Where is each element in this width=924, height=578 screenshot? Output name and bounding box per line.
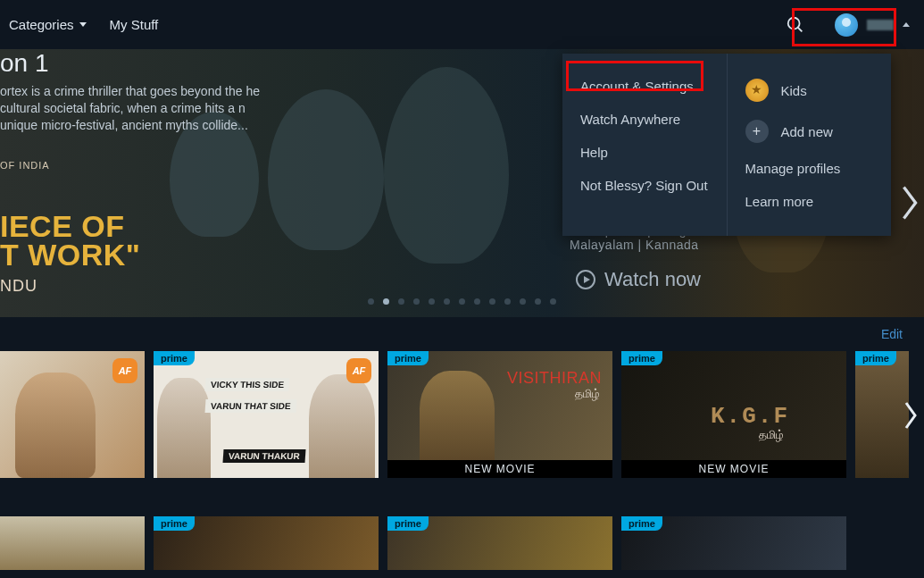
prime-badge: prime [387, 516, 429, 531]
pager-dot[interactable] [489, 298, 495, 305]
content-card[interactable]: prime [154, 516, 379, 570]
pager-dot[interactable] [368, 298, 374, 305]
prime-badge: prime [154, 351, 195, 365]
new-movie-banner: NEW MOVIE [387, 460, 612, 478]
search-icon [786, 15, 805, 35]
add-profile-link[interactable]: + Add new [745, 111, 874, 152]
hero-quote: IECE OFT WORK" [0, 212, 140, 270]
chevron-down-icon [79, 22, 87, 27]
prime-badge: prime [621, 351, 662, 365]
card-tag: VICKY THIS SIDE [204, 378, 289, 391]
prime-badge: prime [387, 351, 429, 365]
top-nav: Categories My Stuff [0, 0, 924, 49]
watch-anywhere-link[interactable]: Watch Anywhere [580, 103, 709, 136]
watch-now-button[interactable]: Watch now [576, 268, 701, 291]
avatar-icon [835, 13, 858, 37]
prime-badge: prime [621, 516, 662, 531]
card-tag: VARUN THAKUR [222, 449, 305, 463]
content-row-2: prime prime prime [0, 516, 924, 570]
username-label [867, 20, 894, 30]
hero-description: ortex is a crime thriller that goes beyo… [0, 83, 268, 134]
content-card[interactable]: AF [0, 351, 145, 478]
pager-dot[interactable] [520, 298, 526, 305]
content-card[interactable]: prime [387, 516, 612, 570]
af-badge-icon: AF [346, 358, 371, 383]
hero-next-button[interactable] [897, 183, 922, 226]
decorative-figure [420, 371, 495, 465]
chevron-up-icon [903, 22, 910, 27]
card-tag: VARUN THAT SIDE [204, 399, 296, 413]
pager-dot[interactable] [504, 298, 511, 305]
card-subtitle: தமிழ் [759, 428, 784, 442]
content-row-1: AF prime AF VICKY THIS SIDE VARUN THAT S… [0, 351, 924, 481]
pager-dot[interactable] [444, 298, 450, 305]
hero-attribution: NDU [0, 277, 37, 296]
search-button[interactable] [785, 14, 806, 36]
profile-menu-button[interactable] [829, 10, 915, 40]
kids-icon [745, 79, 769, 102]
learn-more-link[interactable]: Learn more [745, 185, 874, 218]
categories-menu[interactable]: Categories [9, 17, 87, 32]
pager-dot[interactable] [398, 298, 404, 305]
pager-dot[interactable] [474, 298, 480, 305]
hero-title: on 1 [0, 49, 268, 78]
pager-dot[interactable] [413, 298, 420, 305]
prime-badge: prime [855, 351, 896, 365]
new-movie-banner: NEW MOVIE [621, 460, 846, 478]
mystuff-link[interactable]: My Stuff [110, 17, 159, 32]
chevron-right-icon [897, 183, 922, 222]
hero-tagline: OF INDIA [0, 160, 50, 171]
add-new-label: Add new [781, 124, 833, 139]
svg-line-1 [798, 27, 803, 31]
chevron-right-icon [901, 398, 922, 433]
profile-dropdown: Account & Settings Watch Anywhere Help N… [562, 54, 891, 236]
card-subtitle: தமிழ் [575, 387, 600, 401]
hero-text-overlay: on 1 ortex is a crime thriller that goes… [0, 49, 268, 317]
kids-label: Kids [781, 83, 807, 98]
edit-row-link[interactable]: Edit [881, 327, 903, 341]
row-next-button[interactable] [901, 398, 922, 437]
dropdown-right-col: Kids + Add new Manage profiles Learn mor… [728, 54, 892, 236]
card-title: K.G.F [711, 403, 789, 430]
dropdown-left-col: Account & Settings Watch Anywhere Help N… [562, 54, 728, 236]
decorative-figure [15, 373, 96, 478]
decorative-figure [309, 374, 375, 478]
prime-badge: prime [154, 516, 195, 531]
content-card[interactable]: prime VISITHIRAN தமிழ் NEW MOVIE [387, 351, 612, 478]
pager-dot[interactable] [383, 298, 389, 305]
decorative-figure [157, 378, 211, 478]
content-card[interactable]: prime AF VICKY THIS SIDE VARUN THAT SIDE… [154, 351, 379, 478]
watch-now-label: Watch now [604, 268, 701, 291]
sign-out-link[interactable]: Not Blessy? Sign Out [580, 169, 709, 202]
play-icon [576, 270, 595, 289]
pager-dot[interactable] [535, 298, 541, 305]
svg-point-0 [788, 17, 800, 29]
card-title: VISITHIRAN [507, 369, 602, 388]
af-badge-icon: AF [112, 358, 137, 383]
help-link[interactable]: Help [580, 136, 709, 169]
pager-dot[interactable] [429, 298, 435, 305]
row-header: Edit [0, 317, 924, 351]
manage-profiles-link[interactable]: Manage profiles [745, 152, 874, 185]
content-card[interactable]: prime [621, 516, 846, 570]
content-card[interactable] [0, 516, 145, 570]
content-card[interactable]: prime K.G.F தமிழ் NEW MOVIE [621, 351, 846, 478]
plus-icon: + [745, 120, 769, 143]
pager-dot[interactable] [550, 298, 556, 305]
hero-pager [0, 298, 924, 305]
categories-label: Categories [9, 17, 74, 32]
mystuff-label: My Stuff [110, 17, 159, 32]
pager-dot[interactable] [459, 298, 465, 305]
account-settings-link[interactable]: Account & Settings [580, 70, 709, 103]
kids-profile-link[interactable]: Kids [745, 70, 874, 111]
